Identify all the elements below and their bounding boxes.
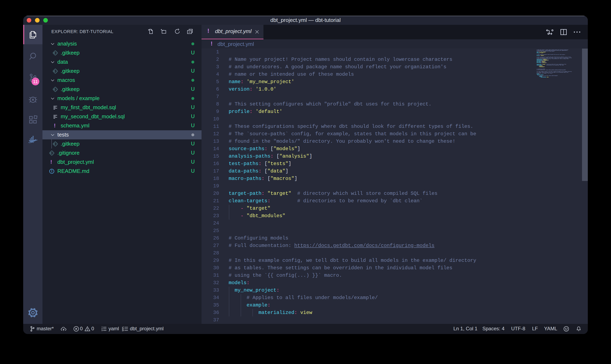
svg-text:11: 11 (33, 79, 38, 84)
